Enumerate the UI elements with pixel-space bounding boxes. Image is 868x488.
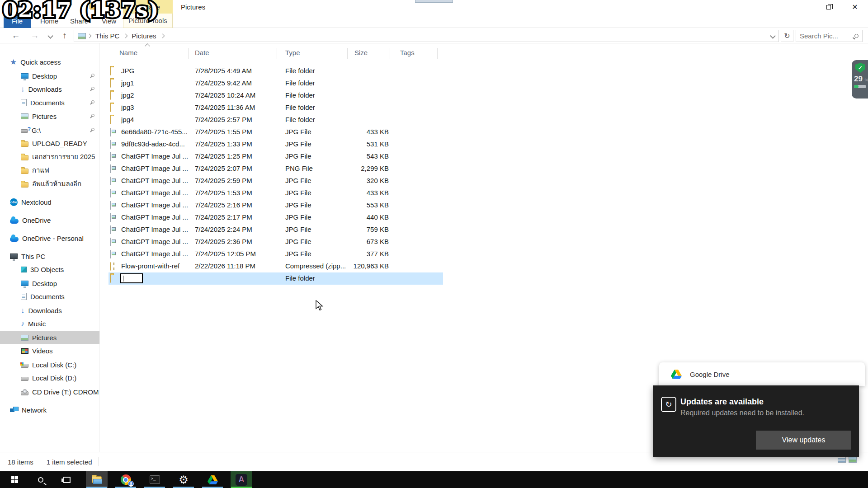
sidebar-item-pictures-selected[interactable]: Pictures	[0, 331, 99, 344]
task-view-button[interactable]	[56, 471, 78, 488]
maximize-button[interactable]	[816, 0, 842, 14]
sidebar-item-cd-drive[interactable]: CD Drive (T:) CDROM	[0, 385, 99, 398]
taskbar-terminal[interactable]: >_	[144, 471, 165, 488]
sidebar-item-videos[interactable]: Videos	[0, 344, 99, 357]
view-updates-button[interactable]: View updates	[756, 431, 851, 450]
taskbar-chrome[interactable]	[115, 471, 137, 488]
pictures-icon	[21, 335, 28, 341]
close-button[interactable]: ✕	[842, 0, 868, 14]
refresh-button[interactable]: ↻	[781, 30, 793, 42]
image-file-icon	[110, 164, 111, 173]
image-file-icon	[110, 189, 111, 197]
pin-icon	[90, 74, 94, 78]
file-row[interactable]: ChatGPT Image Jul ...7/24/2025 1:25 PMJP…	[108, 150, 443, 163]
notification-header-card[interactable]: Google Drive	[659, 362, 865, 386]
sidebar-item-thai-coffee[interactable]: กาแฟ	[0, 164, 99, 177]
file-row[interactable]: ChatGPT Image Jul ...7/24/2025 1:53 PMJP…	[108, 187, 443, 199]
sidebar-item-3d-objects[interactable]: 3D Objects	[0, 263, 99, 276]
sidebar-item-g-drive[interactable]: G:\	[0, 124, 99, 136]
breadcrumb-chevron-icon	[87, 34, 92, 38]
up-button[interactable]: ↑	[57, 28, 72, 43]
sidebar-item-music[interactable]: ♪Music	[0, 317, 99, 330]
rename-input[interactable]	[120, 273, 143, 283]
file-row[interactable]: ChatGPT Image Jul ...7/24/2025 2:07 PMPN…	[108, 163, 443, 175]
address-bar[interactable]: This PC Pictures	[74, 30, 779, 42]
file-row[interactable]: jpg47/24/2025 2:57 PMFile folder	[108, 114, 443, 126]
forward-button[interactable]: →	[27, 28, 42, 43]
column-header-name[interactable]: Name	[119, 49, 137, 60]
recent-locations-chevron[interactable]	[45, 28, 55, 43]
file-row[interactable]: jpg17/24/2025 9:42 AMFile folder	[108, 77, 443, 89]
download-arrow-icon: ↓	[21, 85, 25, 93]
search-placeholder: Search Pic...	[800, 32, 838, 40]
sidebar-item-onedrive[interactable]: OneDrive	[0, 214, 99, 226]
sidebar-item-network[interactable]: Network	[0, 404, 99, 416]
update-toast[interactable]: ↻ Updates are available Required updates…	[653, 385, 859, 457]
file-row[interactable]: ChatGPT Image Jul ...7/24/2025 12:05 PMJ…	[108, 248, 443, 260]
desktop-icon	[21, 73, 28, 79]
image-file-icon	[110, 250, 111, 258]
start-button[interactable]	[4, 471, 25, 488]
film-icon	[21, 348, 28, 354]
file-row[interactable]: ChatGPT Image Jul ...7/24/2025 2:16 PMJP…	[108, 199, 443, 211]
search-input[interactable]: Search Pic...	[796, 30, 863, 42]
column-header-type[interactable]: Type	[285, 49, 300, 60]
sidebar-item-documents-pc[interactable]: Documents	[0, 290, 99, 303]
file-row-new-folder-selected[interactable]: File folder	[108, 272, 443, 285]
breadcrumb-chevron-icon	[123, 34, 128, 38]
file-row[interactable]: Flow-promt-with-ref2/22/2026 11:18 PMCom…	[108, 260, 443, 272]
taskbar-search-button[interactable]	[30, 471, 52, 488]
file-explorer-icon	[92, 476, 102, 483]
file-row[interactable]: ChatGPT Image Jul ...7/24/2025 2:24 PMJP…	[108, 224, 443, 236]
sidebar-item-nextcloud[interactable]: o0oNextcloud	[0, 196, 99, 208]
breadcrumb-pictures[interactable]: Pictures	[129, 32, 159, 40]
image-file-icon	[110, 128, 111, 136]
sidebar-item-desktop-pc[interactable]: Desktop	[0, 277, 99, 290]
windows-logo-icon	[11, 476, 18, 483]
sidebar-item-desktop[interactable]: Desktop	[0, 70, 99, 82]
back-button[interactable]: ←	[8, 28, 24, 43]
sidebar-item-pictures-quick[interactable]: Pictures	[0, 110, 99, 122]
close-icon: ✕	[852, 3, 858, 11]
column-header-tags[interactable]: Tags	[400, 49, 415, 60]
file-row[interactable]: 6e66da80-721c-455...7/24/2025 1:55 PMJPG…	[108, 126, 443, 138]
breadcrumb-this-pc[interactable]: This PC	[93, 32, 122, 40]
folder-icon	[21, 169, 28, 174]
column-header-date[interactable]: Date	[195, 49, 209, 60]
taskbar-settings[interactable]: ⚙	[173, 471, 194, 488]
file-row[interactable]: ChatGPT Image Jul ...7/24/2025 2:36 PMJP…	[108, 236, 443, 248]
taskbar-active-app[interactable]: A	[231, 471, 252, 488]
cd-icon	[21, 391, 28, 395]
column-header-size[interactable]: Size	[354, 49, 368, 60]
file-row[interactable]: ChatGPT Image Jul ...7/24/2025 2:17 PMJP…	[108, 211, 443, 224]
sidebar-item-documents[interactable]: Documents	[0, 96, 99, 109]
sidebar-item-onedrive-personal[interactable]: OneDrive - Personal	[0, 232, 99, 244]
sidebar-item-thai-sales-docs[interactable]: เอกสารการขาย 2025	[0, 150, 99, 163]
pin-icon	[90, 100, 94, 105]
pane-divider	[99, 43, 100, 452]
sidebar-item-this-pc[interactable]: This PC	[0, 250, 99, 263]
location-icon	[78, 33, 86, 39]
document-icon	[21, 293, 27, 300]
folder-icon	[110, 103, 111, 112]
pin-icon	[90, 87, 94, 91]
sidebar-item-downloads-pc[interactable]: ↓Downloads	[0, 304, 99, 317]
file-row[interactable]: JPG7/28/2025 4:49 AMFile folder	[108, 65, 443, 77]
sidebar-item-upload-ready[interactable]: UPLOAD_READY	[0, 137, 99, 150]
notification-app-name: Google Drive	[690, 371, 730, 378]
sidebar-item-quick-access[interactable]: ★Quick access	[0, 56, 99, 68]
taskbar-google-drive[interactable]	[202, 471, 223, 488]
sidebar-item-thai-uploaded[interactable]: อัพแล้วห้ามลงอีก	[0, 178, 99, 190]
sidebar-item-local-disk-c[interactable]: Local Disk (C:)	[0, 358, 99, 371]
address-dropdown-chevron-icon[interactable]	[770, 33, 776, 39]
minimize-button[interactable]	[789, 0, 816, 14]
file-row[interactable]: jpg27/24/2025 10:24 AMFile folder	[108, 89, 443, 102]
file-row[interactable]: ChatGPT Image Jul ...7/24/2025 2:59 PMJP…	[108, 175, 443, 187]
taskbar-file-explorer[interactable]	[86, 471, 108, 488]
file-row[interactable]: 9df8c93d-adac-4cd...7/24/2025 1:33 PMJPG…	[108, 138, 443, 150]
selection-count: 1 item selected	[47, 458, 92, 466]
sidebar-item-local-disk-d[interactable]: Local Disk (D:)	[0, 371, 99, 384]
antivirus-widget[interactable]: ✓ 29 %	[852, 60, 868, 99]
sidebar-item-downloads[interactable]: ↓Downloads	[0, 83, 99, 95]
file-row[interactable]: jpg37/24/2025 11:36 AMFile folder	[108, 102, 443, 114]
